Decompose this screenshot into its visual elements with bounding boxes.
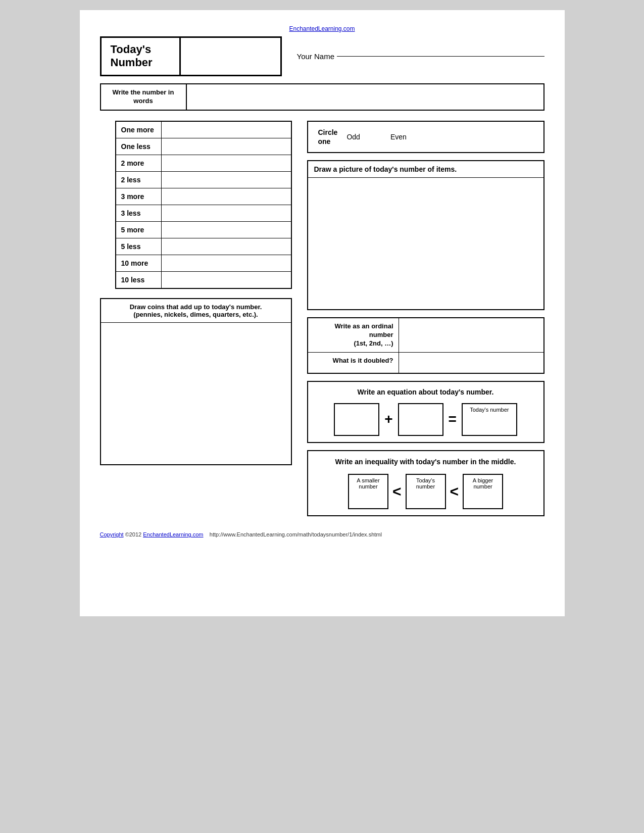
- more-less-label-0: One more: [116, 122, 162, 138]
- write-words-row: Write the number in words: [100, 83, 544, 111]
- inequality-right-symbol: <: [450, 483, 459, 500]
- inequality-bigger-box[interactable]: A biggernumber: [463, 474, 503, 509]
- draw-coins-label: Draw coins that add up to today's number…: [101, 299, 291, 323]
- more-less-input-9[interactable]: [162, 272, 291, 288]
- ordinal-row-1: Write as an ordinal number(1st, 2nd, …): [308, 318, 543, 353]
- your-name-line: [337, 56, 544, 57]
- more-less-label-4: 3 more: [116, 188, 162, 205]
- ordinal-input-1[interactable]: [399, 318, 543, 352]
- site-link-top[interactable]: EnchantedLearning.com: [100, 25, 544, 32]
- equation-right-input[interactable]: [398, 403, 443, 436]
- draw-coins-area[interactable]: [101, 323, 291, 464]
- more-less-row-7: 5 less: [116, 238, 291, 255]
- number-input-box[interactable]: [181, 36, 282, 76]
- more-less-input-1[interactable]: [162, 138, 291, 155]
- even-option[interactable]: Even: [390, 133, 407, 141]
- more-less-row-8: 10 more: [116, 255, 291, 272]
- more-less-row-3: 2 less: [116, 172, 291, 188]
- footer-site-link[interactable]: EnchantedLearning.com: [143, 531, 203, 537]
- bigger-label: A biggernumber: [473, 477, 493, 489]
- more-less-label-7: 5 less: [116, 238, 162, 255]
- more-less-row-4: 3 more: [116, 188, 291, 205]
- inequality-title: Write an inequality with today's number …: [316, 457, 535, 467]
- write-words-label: Write the number in words: [101, 84, 187, 110]
- footer-year: ©2012: [125, 531, 142, 537]
- todays-number-box: Today's Number: [100, 36, 181, 76]
- more-less-input-4[interactable]: [162, 188, 291, 205]
- inequality-box: Write an inequality with today's number …: [307, 450, 544, 517]
- ordinal-input-2[interactable]: [399, 353, 543, 373]
- more-less-row-5: 3 less: [116, 205, 291, 222]
- more-less-label-3: 2 less: [116, 172, 162, 188]
- more-less-input-6[interactable]: [162, 222, 291, 238]
- circle-label: Circleone: [318, 128, 338, 146]
- more-less-input-3[interactable]: [162, 172, 291, 188]
- inequality-row: A smallernumber < Today'snumber < A bigg…: [316, 474, 535, 509]
- title-line1: Today's: [111, 43, 152, 56]
- more-less-input-8[interactable]: [162, 255, 291, 271]
- more-less-row-1: One less: [116, 138, 291, 155]
- equation-row: + = Today's number: [316, 403, 535, 436]
- more-less-label-5: 3 less: [116, 205, 162, 221]
- footer: Copyright ©2012 EnchantedLearning.com ht…: [100, 531, 544, 537]
- more-less-label-1: One less: [116, 138, 162, 155]
- draw-coins-box: Draw coins that add up to today's number…: [100, 298, 292, 465]
- ordinal-row-2: What is it doubled?: [308, 353, 543, 373]
- left-column: One moreOne less2 more2 less3 more3 less…: [100, 121, 292, 517]
- more-less-input-2[interactable]: [162, 155, 291, 171]
- more-less-row-6: 5 more: [116, 222, 291, 238]
- equation-left-input[interactable]: [334, 403, 379, 436]
- smaller-label: A smallernumber: [357, 477, 379, 489]
- draw-picture-label: Draw a picture of today's number of item…: [308, 161, 543, 178]
- draw-picture-box: Draw a picture of today's number of item…: [307, 160, 544, 310]
- inequality-smaller-box[interactable]: A smallernumber: [348, 474, 388, 509]
- more-less-label-6: 5 more: [116, 222, 162, 238]
- your-name-label: Your Name: [297, 52, 335, 61]
- equation-title: Write an equation about today's number.: [316, 388, 535, 396]
- more-less-label-2: 2 more: [116, 155, 162, 171]
- inequality-todays-box[interactable]: Today'snumber: [406, 474, 446, 509]
- plus-symbol: +: [384, 411, 392, 427]
- header-row: Today's Number Your Name: [100, 36, 544, 76]
- right-column: Circleone Odd Even Draw a picture of tod…: [307, 121, 544, 517]
- inequality-left-symbol: <: [392, 483, 402, 500]
- title-line2: Number: [111, 56, 153, 69]
- todays-label: Today'snumber: [416, 477, 435, 489]
- more-less-table: One moreOne less2 more2 less3 more3 less…: [115, 121, 292, 289]
- more-less-input-7[interactable]: [162, 238, 291, 255]
- more-less-row-2: 2 more: [116, 155, 291, 172]
- more-less-row-0: One more: [116, 122, 291, 138]
- odd-option[interactable]: Odd: [346, 133, 360, 141]
- footer-copyright-link[interactable]: Copyright: [100, 531, 124, 537]
- todays-number-small-label: Today's number: [470, 407, 509, 413]
- circle-odd-even-box: Circleone Odd Even: [307, 121, 544, 153]
- footer-url: http://www.EnchantedLearning.com/math/to…: [210, 531, 382, 537]
- ordinal-label-2: What is it doubled?: [308, 353, 399, 373]
- more-less-label-8: 10 more: [116, 255, 162, 271]
- main-content: One moreOne less2 more2 less3 more3 less…: [100, 121, 544, 517]
- equals-symbol: =: [449, 411, 457, 427]
- todays-number-result-box: Today's number: [462, 403, 517, 436]
- more-less-input-0[interactable]: [162, 122, 291, 138]
- more-less-label-9: 10 less: [116, 272, 162, 288]
- more-less-input-5[interactable]: [162, 205, 291, 221]
- write-words-input[interactable]: [187, 84, 543, 110]
- ordinal-label-1: Write as an ordinal number(1st, 2nd, …): [308, 318, 399, 352]
- page: EnchantedLearning.com Today's Number You…: [80, 10, 565, 616]
- equation-box: Write an equation about today's number. …: [307, 381, 544, 443]
- more-less-row-9: 10 less: [116, 272, 291, 288]
- your-name-area: Your Name: [297, 36, 544, 76]
- draw-picture-area[interactable]: [308, 178, 543, 309]
- ordinal-table: Write as an ordinal number(1st, 2nd, …) …: [307, 317, 544, 374]
